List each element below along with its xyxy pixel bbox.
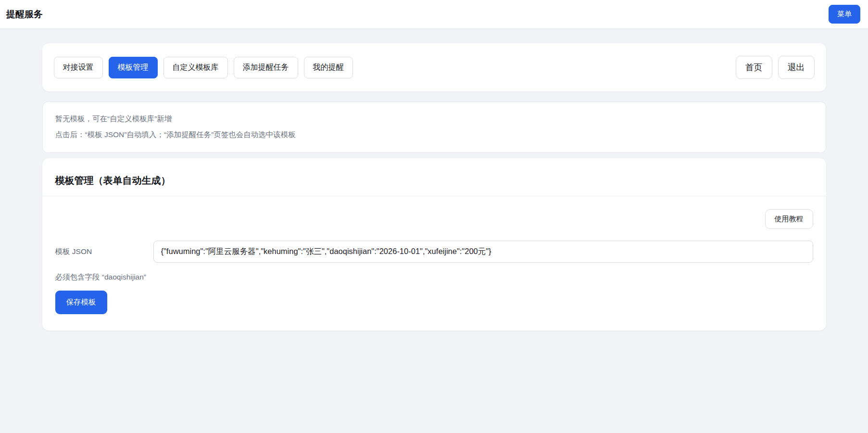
- tutorial-button[interactable]: 使用教程: [765, 209, 813, 229]
- section-title: 模板管理（表单自动生成）: [55, 174, 813, 187]
- tutorial-row: 使用教程: [55, 209, 813, 229]
- app-title: 提醒服务: [6, 8, 43, 21]
- tab-group: 对接设置 模板管理 自定义模板库 添加提醒任务 我的提醒: [54, 57, 353, 78]
- section-body: 使用教程 模板 JSON 必须包含字段 “daoqishijian” 保存模板: [42, 196, 826, 331]
- template-management-card: 模板管理（表单自动生成） 使用教程 模板 JSON 必须包含字段 “daoqis…: [42, 158, 826, 331]
- info-panel: 暂无模板，可在“自定义模板库”新增 点击后：“模板 JSON”自动填入；“添加提…: [42, 102, 826, 153]
- info-line-no-template: 暂无模板，可在“自定义模板库”新增: [55, 113, 813, 125]
- logout-button[interactable]: 退出: [778, 56, 815, 79]
- tab-template-management[interactable]: 模板管理: [109, 57, 158, 78]
- section-header: 模板管理（表单自动生成）: [42, 158, 826, 196]
- menu-button[interactable]: 菜单: [829, 5, 860, 24]
- home-button[interactable]: 首页: [736, 56, 772, 79]
- tab-connection-settings[interactable]: 对接设置: [54, 57, 103, 78]
- top-bar: 提醒服务 菜单: [0, 0, 868, 29]
- tab-my-reminders[interactable]: 我的提醒: [304, 57, 353, 78]
- tabs-card: 对接设置 模板管理 自定义模板库 添加提醒任务 我的提醒 首页 退出: [42, 43, 826, 91]
- template-json-input[interactable]: [153, 241, 813, 263]
- tab-add-reminder-task[interactable]: 添加提醒任务: [234, 57, 298, 78]
- save-template-button[interactable]: 保存模板: [55, 291, 107, 314]
- header-actions: 首页 退出: [736, 56, 815, 79]
- info-line-click-hint: 点击后：“模板 JSON”自动填入；“添加提醒任务”页签也会自动选中该模板: [55, 129, 813, 140]
- required-field-hint: 必须包含字段 “daoqishijian”: [55, 272, 813, 282]
- template-json-label: 模板 JSON: [55, 247, 153, 257]
- template-json-row: 模板 JSON: [55, 241, 813, 263]
- page-content: 对接设置 模板管理 自定义模板库 添加提醒任务 我的提醒 首页 退出 暂无模板，…: [42, 29, 826, 331]
- tab-custom-template-library[interactable]: 自定义模板库: [164, 57, 228, 78]
